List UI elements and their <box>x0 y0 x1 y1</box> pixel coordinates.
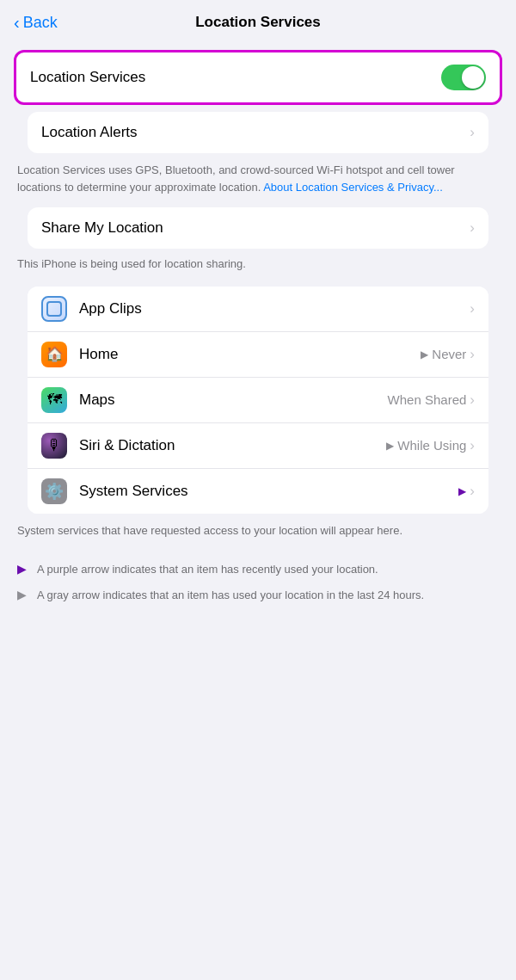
location-alerts-row[interactable]: Location Alerts › <box>28 112 488 153</box>
location-desc: Location Services uses GPS, Bluetooth, a… <box>0 153 516 207</box>
back-label: Back <box>23 14 58 32</box>
header: ‹ Back Location Services <box>0 0 516 41</box>
home-status: ▶ Never › <box>421 346 475 363</box>
back-chevron-icon: ‹ <box>14 14 20 31</box>
system-services-status: ▶ › <box>458 483 475 500</box>
system-services-gear-icon: ⚙️ <box>45 482 64 501</box>
app-clips-status: › <box>470 300 475 317</box>
maps-status: When Shared › <box>388 391 475 409</box>
app-clips-label: App Clips <box>79 300 470 317</box>
share-location-card: Share My Location › <box>14 207 502 249</box>
share-location-right: › <box>470 219 475 237</box>
location-alerts-chevron-icon: › <box>470 124 475 141</box>
location-alerts-label: Location Alerts <box>41 124 138 141</box>
legend-item-gray: ▶ A gray arrow indicates that an item ha… <box>17 587 499 604</box>
share-location-chevron-icon: › <box>470 219 475 237</box>
location-services-label: Location Services <box>30 69 145 86</box>
toggle-knob <box>462 66 484 89</box>
page-title: Location Services <box>195 14 321 31</box>
home-status-text: Never <box>432 347 466 361</box>
system-services-icon: ⚙️ <box>41 478 67 504</box>
home-chevron-icon: › <box>470 346 475 363</box>
home-emoji-icon: 🏠 <box>46 345 64 363</box>
share-location-row[interactable]: Share My Location › <box>28 207 488 249</box>
location-alerts-right: › <box>470 124 475 141</box>
maps-status-text: When Shared <box>388 392 467 407</box>
app-row-siri[interactable]: 🎙 Siri & Dictation ▶ While Using › <box>28 423 488 469</box>
back-button[interactable]: ‹ Back <box>14 14 58 32</box>
system-services-desc: System services that have requested acce… <box>0 514 516 550</box>
siri-chevron-icon: › <box>470 437 475 454</box>
legend-gray-arrow-icon: ▶ <box>17 588 27 601</box>
siri-status-text: While Using <box>397 438 466 453</box>
app-row-app-clips[interactable]: App Clips › <box>28 287 488 332</box>
share-location-desc: This iPhone is being used for location s… <box>0 249 516 283</box>
home-icon: 🏠 <box>41 342 67 367</box>
app-clips-inner-icon <box>46 301 62 317</box>
siri-label: Siri & Dictation <box>79 437 386 454</box>
legend-item-purple: ▶ A purple arrow indicates that an item … <box>17 561 499 578</box>
app-row-system-services[interactable]: ⚙️ System Services ▶ › <box>28 469 488 514</box>
legend-purple-arrow-icon: ▶ <box>17 562 27 576</box>
app-clips-chevron-icon: › <box>470 300 475 317</box>
system-services-chevron-icon: › <box>470 483 475 500</box>
app-row-home[interactable]: 🏠 Home ▶ Never › <box>28 332 488 378</box>
legend-purple-text: A purple arrow indicates that an item ha… <box>37 561 378 578</box>
app-row-maps[interactable]: 🗺 Maps When Shared › <box>28 378 488 423</box>
siri-location-arrow-icon: ▶ <box>386 440 394 452</box>
share-location-label: Share My Location <box>41 219 163 237</box>
home-location-arrow-icon: ▶ <box>421 348 428 361</box>
system-services-location-arrow-icon: ▶ <box>458 485 466 497</box>
siri-status: ▶ While Using › <box>386 437 475 454</box>
siri-icon: 🎙 <box>41 433 67 459</box>
apps-list: App Clips › 🏠 Home ▶ Never › 🗺 Maps <box>28 287 488 514</box>
maps-chevron-icon: › <box>470 391 475 409</box>
location-services-toggle[interactable] <box>441 65 486 90</box>
legend-gray-text: A gray arrow indicates that an item has … <box>37 587 424 604</box>
maps-label: Maps <box>79 391 388 409</box>
apps-card: App Clips › 🏠 Home ▶ Never › 🗺 Maps <box>14 287 502 514</box>
maps-icon: 🗺 <box>41 387 67 413</box>
app-clips-icon <box>41 296 67 322</box>
location-alerts-card: Location Alerts › <box>14 112 502 153</box>
system-services-label: System Services <box>79 483 458 500</box>
home-label: Home <box>79 346 421 363</box>
legend-section: ▶ A purple arrow indicates that an item … <box>0 549 516 620</box>
maps-emoji-icon: 🗺 <box>47 391 62 409</box>
location-services-toggle-card: Location Services <box>14 50 502 105</box>
siri-emoji-icon: 🎙 <box>47 437 62 454</box>
location-privacy-link[interactable]: About Location Services & Privacy... <box>263 181 443 194</box>
